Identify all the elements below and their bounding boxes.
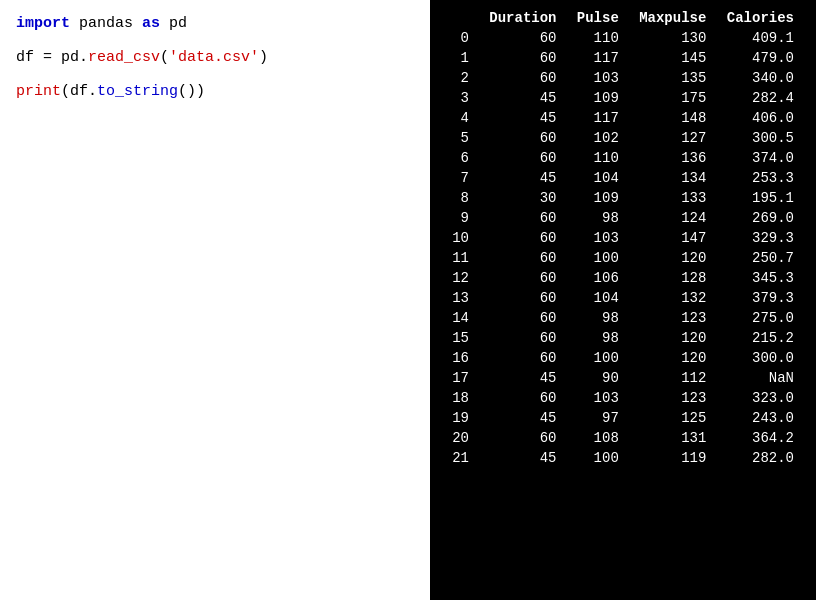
table-cell: 18 bbox=[442, 388, 479, 408]
table-cell: 243.0 bbox=[716, 408, 804, 428]
col-maxpulse: Maxpulse bbox=[629, 8, 717, 28]
table-row: 660110136374.0 bbox=[442, 148, 804, 168]
table-row: 1160100120250.7 bbox=[442, 248, 804, 268]
table-cell: 97 bbox=[567, 408, 629, 428]
table-cell: 128 bbox=[629, 268, 717, 288]
table-cell: 120 bbox=[629, 348, 717, 368]
table-row: 2145100119282.0 bbox=[442, 448, 804, 468]
table-cell: 14 bbox=[442, 308, 479, 328]
table-cell: 60 bbox=[479, 268, 567, 288]
table-cell: 340.0 bbox=[716, 68, 804, 88]
table-row: 194597125243.0 bbox=[442, 408, 804, 428]
text-close-paren: ) bbox=[259, 49, 268, 66]
table-cell: 60 bbox=[479, 128, 567, 148]
text-empty-parens: ()) bbox=[178, 83, 205, 100]
table-cell: 45 bbox=[479, 168, 567, 188]
table-row: 96098124269.0 bbox=[442, 208, 804, 228]
col-index bbox=[442, 8, 479, 28]
table-cell: 253.3 bbox=[716, 168, 804, 188]
table-row: 260103135340.0 bbox=[442, 68, 804, 88]
table-row: 1660100120300.0 bbox=[442, 348, 804, 368]
data-panel: Duration Pulse Maxpulse Calories 0601101… bbox=[430, 0, 816, 600]
keyword-import: import bbox=[16, 15, 70, 32]
table-cell: 60 bbox=[479, 248, 567, 268]
table-cell: 120 bbox=[629, 328, 717, 348]
table-row: 1860103123323.0 bbox=[442, 388, 804, 408]
table-row: 345109175282.4 bbox=[442, 88, 804, 108]
table-cell: 15 bbox=[442, 328, 479, 348]
table-cell: 136 bbox=[629, 148, 717, 168]
table-cell: 104 bbox=[567, 168, 629, 188]
col-duration: Duration bbox=[479, 8, 567, 28]
table-cell: 60 bbox=[479, 288, 567, 308]
text-open-paren: ( bbox=[160, 49, 169, 66]
text-pd: pd bbox=[169, 15, 187, 32]
table-cell: 90 bbox=[567, 368, 629, 388]
table-cell: 60 bbox=[479, 148, 567, 168]
table-cell: 10 bbox=[442, 228, 479, 248]
table-cell: 109 bbox=[567, 88, 629, 108]
table-cell: 7 bbox=[442, 168, 479, 188]
text-df-dot: (df. bbox=[61, 83, 97, 100]
table-cell: 345.3 bbox=[716, 268, 804, 288]
table-cell: 60 bbox=[479, 308, 567, 328]
text-df-assign: df = pd. bbox=[16, 49, 88, 66]
table-cell: 60 bbox=[479, 428, 567, 448]
table-cell: 123 bbox=[629, 308, 717, 328]
table-cell: 117 bbox=[567, 108, 629, 128]
table-cell: 195.1 bbox=[716, 188, 804, 208]
table-cell: 215.2 bbox=[716, 328, 804, 348]
table-cell: 364.2 bbox=[716, 428, 804, 448]
table-cell: 250.7 bbox=[716, 248, 804, 268]
table-cell: 132 bbox=[629, 288, 717, 308]
code-panel: import pandas as pd df = pd.read_csv('da… bbox=[0, 0, 430, 600]
code-line-3: print(df.to_string()) bbox=[16, 78, 414, 106]
table-cell: 2 bbox=[442, 68, 479, 88]
table-cell: 21 bbox=[442, 448, 479, 468]
table-cell: 117 bbox=[567, 48, 629, 68]
table-cell: 123 bbox=[629, 388, 717, 408]
table-cell: 133 bbox=[629, 188, 717, 208]
table-row: 060110130409.1 bbox=[442, 28, 804, 48]
table-cell: 124 bbox=[629, 208, 717, 228]
table-cell: 1 bbox=[442, 48, 479, 68]
col-pulse: Pulse bbox=[567, 8, 629, 28]
table-cell: 282.0 bbox=[716, 448, 804, 468]
table-row: 445117148406.0 bbox=[442, 108, 804, 128]
table-cell: 134 bbox=[629, 168, 717, 188]
func-read-csv: read_csv bbox=[88, 49, 160, 66]
table-cell: 108 bbox=[567, 428, 629, 448]
table-cell: 100 bbox=[567, 448, 629, 468]
table-cell: 100 bbox=[567, 248, 629, 268]
table-cell: 60 bbox=[479, 328, 567, 348]
table-cell: 275.0 bbox=[716, 308, 804, 328]
table-cell: 110 bbox=[567, 28, 629, 48]
data-table: Duration Pulse Maxpulse Calories 0601101… bbox=[442, 8, 804, 468]
keyword-as: as bbox=[142, 15, 160, 32]
table-cell: 19 bbox=[442, 408, 479, 428]
table-cell: 379.3 bbox=[716, 288, 804, 308]
table-cell: 282.4 bbox=[716, 88, 804, 108]
table-cell: 148 bbox=[629, 108, 717, 128]
table-row: 156098120215.2 bbox=[442, 328, 804, 348]
table-cell: 11 bbox=[442, 248, 479, 268]
header-row: Duration Pulse Maxpulse Calories bbox=[442, 8, 804, 28]
table-row: 174590112NaN bbox=[442, 368, 804, 388]
method-to-string: to_string bbox=[97, 83, 178, 100]
table-cell: 125 bbox=[629, 408, 717, 428]
table-cell: 103 bbox=[567, 388, 629, 408]
table-cell: 60 bbox=[479, 388, 567, 408]
table-cell: 406.0 bbox=[716, 108, 804, 128]
table-cell: 374.0 bbox=[716, 148, 804, 168]
table-cell: 103 bbox=[567, 68, 629, 88]
table-row: 745104134253.3 bbox=[442, 168, 804, 188]
table-cell: 5 bbox=[442, 128, 479, 148]
table-cell: 110 bbox=[567, 148, 629, 168]
table-cell: 45 bbox=[479, 448, 567, 468]
table-body: 060110130409.1160117145479.0260103135340… bbox=[442, 28, 804, 468]
table-cell: 479.0 bbox=[716, 48, 804, 68]
table-cell: 147 bbox=[629, 228, 717, 248]
table-cell: 17 bbox=[442, 368, 479, 388]
table-row: 160117145479.0 bbox=[442, 48, 804, 68]
table-cell: 175 bbox=[629, 88, 717, 108]
